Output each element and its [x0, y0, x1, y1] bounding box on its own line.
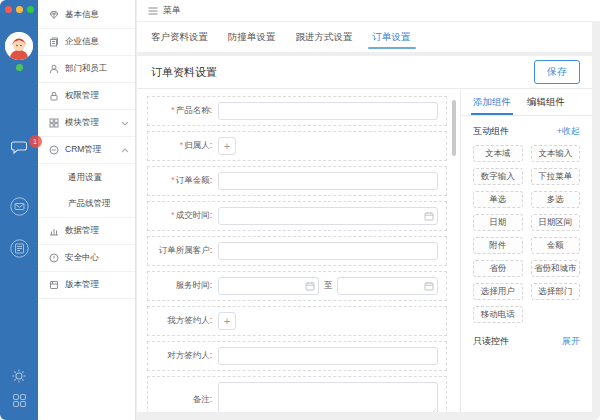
component-date-button[interactable]: 日期	[473, 214, 523, 231]
chevron-up-icon	[121, 148, 129, 153]
remarks-textarea[interactable]	[218, 382, 438, 412]
sidebar-item-label: 权限管理	[65, 90, 99, 102]
apps-grid-icon[interactable]	[0, 393, 38, 408]
sidebar-nav: 基本信息 企业信息 部门和员工 权限管理 模块管理 CRM管理 通用设置 产品	[38, 0, 136, 420]
collapse-link[interactable]: +收起	[557, 125, 580, 138]
service-end-date-input[interactable]	[337, 277, 438, 295]
component-amount-button[interactable]: 金额	[531, 237, 581, 254]
service-start-date-input[interactable]	[218, 277, 319, 295]
expand-link[interactable]: 展开	[562, 335, 580, 348]
building-icon	[48, 37, 59, 47]
notes-icon[interactable]	[0, 239, 38, 258]
component-textarea-button[interactable]: 文本域	[473, 145, 523, 162]
sidebar-item-company-info[interactable]: 企业信息	[38, 29, 135, 56]
topbar: 菜单	[137, 0, 600, 22]
page-title: 订单资料设置	[151, 65, 217, 80]
info-circle-icon	[48, 253, 59, 263]
component-radio-button[interactable]: 单选	[473, 191, 523, 208]
tab-edit-component[interactable]: 编辑组件	[527, 90, 565, 115]
hamburger-icon[interactable]	[148, 7, 158, 15]
component-checkbox-button[interactable]: 多选	[531, 191, 581, 208]
sidebar-item-departments-employees[interactable]: 部门和员工	[38, 56, 135, 83]
component-province-city-button[interactable]: 省份和城市	[531, 260, 581, 277]
save-button[interactable]: 保存	[534, 60, 580, 84]
readonly-components-section-header: 只读控件 展开	[461, 323, 592, 353]
settings-tabs: 客户资料设置 防撞单设置 跟进方式设置 订单设置	[137, 22, 592, 52]
gear-icon[interactable]	[0, 368, 38, 384]
form-row-order-amount[interactable]: 订单金额:	[147, 166, 447, 196]
gem-icon	[48, 10, 59, 20]
sidebar-item-crm[interactable]: CRM管理	[38, 137, 135, 164]
mail-icon[interactable]	[0, 197, 38, 216]
field-label: 订单金额:	[152, 175, 212, 187]
component-buttons-grid: 文本域 文本输入 数字输入 下拉菜单 单选 多选 日期 日期区间 附件 金额 省…	[461, 143, 592, 323]
form-row-remarks[interactable]: 备注:	[147, 376, 447, 412]
form-row-owner[interactable]: 归属人: +	[147, 131, 447, 161]
section-title: 互动组件	[473, 125, 509, 138]
form-row-their-signatory[interactable]: 对方签约人:	[147, 341, 447, 371]
order-amount-input[interactable]	[218, 172, 438, 190]
sidebar-item-general-settings[interactable]: 通用设置	[38, 164, 135, 191]
user-icon	[48, 64, 59, 74]
sidebar-item-version-management[interactable]: 版本管理	[38, 272, 135, 299]
chevron-down-icon	[121, 121, 129, 126]
form-row-our-signatory[interactable]: 我方签约人: +	[147, 306, 447, 336]
sidebar-item-data-management[interactable]: 数据管理	[38, 218, 135, 245]
sidebar-item-security-center[interactable]: 安全中心	[38, 245, 135, 272]
components-panel-tabs: 添加组件 编辑组件	[461, 90, 592, 116]
crm-circle-icon	[48, 145, 59, 155]
deal-date-input[interactable]	[218, 207, 438, 225]
tab-order-settings[interactable]: 订单设置	[373, 22, 411, 52]
tab-duplicate-prevention-settings[interactable]: 防撞单设置	[228, 22, 276, 52]
product-name-input[interactable]	[218, 102, 438, 120]
tab-customer-data-settings[interactable]: 客户资料设置	[151, 22, 208, 52]
tab-add-component[interactable]: 添加组件	[473, 90, 511, 115]
form-row-product-name[interactable]: 产品名称:	[147, 96, 447, 126]
component-mobile-phone-button[interactable]: 移动电话	[473, 306, 523, 323]
component-select-user-button[interactable]: 选择用户	[473, 283, 523, 300]
interactive-components-section-header: 互动组件 +收起	[461, 116, 592, 143]
lock-icon	[48, 91, 59, 101]
component-select-department-button[interactable]: 选择部门	[531, 283, 581, 300]
chat-icon[interactable]: 1	[0, 140, 38, 159]
sidebar-item-basic-info[interactable]: 基本信息	[38, 2, 135, 29]
grid-icon	[48, 118, 59, 128]
add-owner-button[interactable]: +	[218, 137, 236, 155]
sidebar-item-label: 模块管理	[65, 117, 99, 129]
component-date-range-button[interactable]: 日期区间	[531, 214, 581, 231]
sidebar-item-product-lines[interactable]: 产品线管理	[38, 191, 135, 218]
sidebar-item-label: 数据管理	[65, 225, 99, 237]
component-text-input-button[interactable]: 文本输入	[531, 145, 581, 162]
sidebar-item-label: CRM管理	[65, 144, 101, 156]
form-row-deal-date[interactable]: 成交时间:	[147, 201, 447, 231]
window-controls	[5, 6, 34, 13]
component-province-button[interactable]: 省份	[473, 260, 523, 277]
field-label: 备注:	[152, 394, 212, 406]
component-attachment-button[interactable]: 附件	[473, 237, 523, 254]
sidebar-item-permissions[interactable]: 权限管理	[38, 83, 135, 110]
tab-followup-method-settings[interactable]: 跟进方式设置	[296, 22, 353, 52]
main-content: 菜单 客户资料设置 防撞单设置 跟进方式设置 订单设置 订单资料设置 保存 产品…	[137, 0, 600, 420]
minimize-window-button[interactable]	[16, 6, 23, 13]
zoom-window-button[interactable]	[27, 6, 34, 13]
card-body: 产品名称: 归属人: + 订单金额: 成交时间:	[137, 90, 592, 412]
sidebar-item-label: 通用设置	[68, 172, 102, 184]
online-status-dot	[16, 64, 23, 71]
form-row-order-customer[interactable]: 订单所属客户:	[147, 236, 447, 266]
box-icon	[48, 280, 59, 290]
order-customer-input[interactable]	[218, 242, 438, 260]
component-dropdown-button[interactable]: 下拉菜单	[531, 168, 581, 185]
component-number-input-button[interactable]: 数字输入	[473, 168, 523, 185]
field-label: 订单所属客户:	[152, 245, 212, 257]
sidebar-item-label: 部门和员工	[65, 63, 108, 75]
avatar[interactable]	[5, 32, 33, 60]
sidebar-item-modules[interactable]: 模块管理	[38, 110, 135, 137]
sidebar-item-label: 安全中心	[65, 252, 99, 264]
form-row-service-time[interactable]: 服务时间: 至	[147, 271, 447, 301]
close-window-button[interactable]	[5, 6, 12, 13]
date-range-separator: 至	[324, 280, 333, 292]
add-our-signatory-button[interactable]: +	[218, 312, 236, 330]
field-label: 产品名称:	[152, 105, 212, 117]
scrollbar-thumb[interactable]	[452, 100, 456, 156]
their-signatory-input[interactable]	[218, 347, 438, 365]
